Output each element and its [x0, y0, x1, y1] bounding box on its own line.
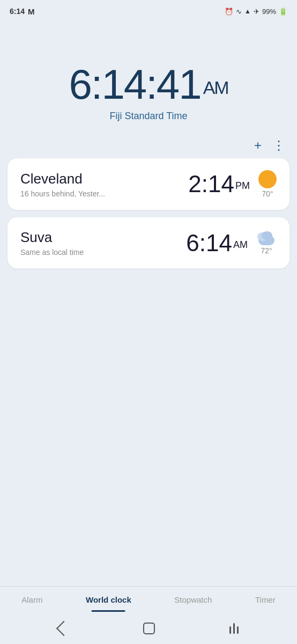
system-nav — [0, 613, 297, 644]
more-options-button[interactable]: ⋮ — [272, 138, 285, 153]
wifi-icon: ∿ — [236, 8, 242, 16]
nav-label-worldclock: World clock — [86, 595, 131, 604]
nav-active-indicator — [92, 610, 125, 612]
city-sub-suva: Same as local time — [20, 248, 84, 257]
city-info-cleveland: Cleveland 16 hours behind, Yester... — [20, 171, 105, 198]
city-time-suva: 6:14AM — [186, 231, 248, 255]
status-time: 6:14 — [10, 7, 25, 16]
city-time-cleveland: 2:14PM — [188, 172, 250, 196]
cloud-icon — [256, 231, 277, 245]
city-name-suva: Suva — [20, 229, 84, 246]
recents-icon — [229, 623, 239, 634]
battery-icon: 🔋 — [279, 8, 287, 16]
nav-item-alarm[interactable]: Alarm — [16, 593, 48, 606]
weather-col-cleveland: 70° — [258, 170, 277, 198]
status-right: ⏰ ∿ ▲ ✈ 99% 🔋 — [225, 8, 287, 16]
home-button[interactable] — [143, 623, 155, 634]
back-icon — [56, 621, 71, 636]
clock-container: 6:14:41AM Fiji Standard Time — [0, 20, 297, 133]
gmail-icon: M — [28, 7, 35, 16]
back-button[interactable] — [58, 623, 69, 634]
status-left: 6:14 M — [10, 7, 35, 16]
nav-item-timer[interactable]: Timer — [250, 593, 281, 606]
status-bar: 6:14 M ⏰ ∿ ▲ ✈ 99% 🔋 — [0, 0, 297, 20]
recents-button[interactable] — [229, 623, 239, 634]
city-card-cleveland[interactable]: Cleveland 16 hours behind, Yester... 2:1… — [8, 158, 289, 210]
alarm-status-icon: ⏰ — [225, 8, 233, 16]
weather-col-suva: 72° — [256, 231, 277, 255]
weather-temp-cleveland: 70° — [262, 189, 273, 198]
action-row: + ⋮ — [0, 133, 297, 158]
main-time: 6:14:41AM — [69, 63, 228, 105]
weather-temp-suva: 72° — [261, 246, 272, 255]
city-right-suva: 6:14AM 72° — [186, 231, 277, 255]
city-sub-cleveland: 16 hours behind, Yester... — [20, 189, 105, 198]
city-info-suva: Suva Same as local time — [20, 229, 84, 257]
bottom-nav: Alarm World clock Stopwatch Timer — [0, 586, 297, 612]
city-right-cleveland: 2:14PM 70° — [188, 170, 277, 198]
nav-label-alarm: Alarm — [21, 595, 42, 604]
add-city-button[interactable]: + — [254, 138, 262, 153]
nav-label-stopwatch: Stopwatch — [174, 595, 212, 604]
nav-label-timer: Timer — [255, 595, 276, 604]
battery-percent: 99% — [262, 8, 276, 16]
sun-icon — [258, 170, 277, 188]
main-ampm: AM — [203, 77, 228, 98]
timezone-label: Fiji Standard Time — [109, 111, 187, 122]
home-icon — [143, 623, 155, 634]
main-time-value: 6:14:41 — [69, 61, 201, 108]
nav-item-stopwatch[interactable]: Stopwatch — [169, 593, 217, 606]
city-cards-container: Cleveland 16 hours behind, Yester... 2:1… — [0, 158, 297, 268]
nav-item-worldclock[interactable]: World clock — [80, 593, 137, 606]
signal-icon: ▲ — [244, 8, 251, 15]
city-card-suva[interactable]: Suva Same as local time 6:14AM 72° — [8, 217, 289, 268]
city-name-cleveland: Cleveland — [20, 171, 105, 187]
airplane-icon: ✈ — [254, 8, 259, 16]
